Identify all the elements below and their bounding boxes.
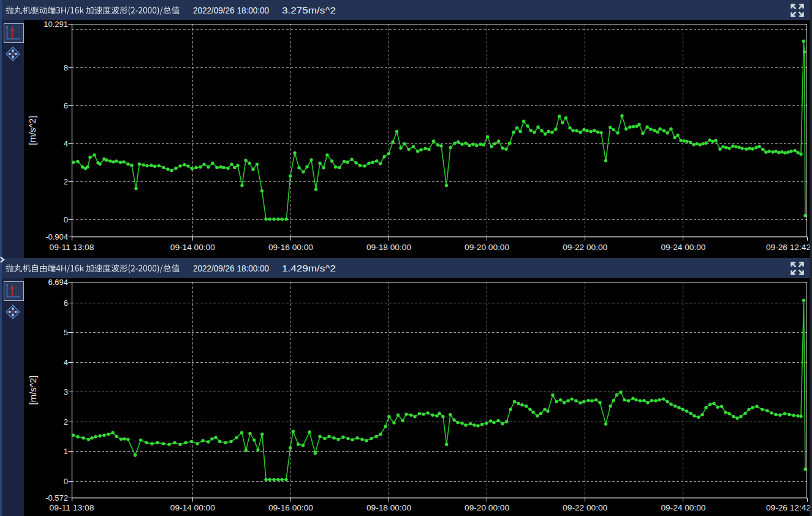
svg-text:-0.904: -0.904 — [45, 232, 68, 241]
svg-text:09-22 00:00: 09-22 00:00 — [563, 243, 607, 252]
svg-text:09-14 00:00: 09-14 00:00 — [170, 503, 215, 512]
svg-text:09-18 00:00: 09-18 00:00 — [366, 243, 411, 252]
svg-text:2: 2 — [64, 177, 68, 186]
svg-text:[m/s^2]: [m/s^2] — [28, 116, 38, 145]
svg-text:0: 0 — [64, 477, 68, 486]
svg-text:09-20 00:00: 09-20 00:00 — [465, 243, 509, 252]
svg-text:2: 2 — [64, 417, 68, 427]
svg-text:3: 3 — [64, 387, 68, 396]
svg-text:6: 6 — [64, 298, 68, 308]
svg-text:09-14 00:00: 09-14 00:00 — [170, 243, 215, 252]
svg-text:1: 1 — [64, 447, 68, 456]
svg-text:09-20 00:00: 09-20 00:00 — [465, 503, 509, 512]
svg-text:09-11 13:08: 09-11 13:08 — [50, 503, 94, 512]
svg-text:-0.572: -0.572 — [45, 493, 68, 503]
svg-text:09-26 12:42: 09-26 12:42 — [766, 243, 811, 252]
svg-text:09-16 00:00: 09-16 00:00 — [268, 503, 313, 512]
svg-text:2022/09/26 18:00:00: 2022/09/26 18:00:00 — [193, 264, 269, 273]
svg-text:1.429m/s^2: 1.429m/s^2 — [282, 264, 336, 273]
svg-text:09-24 00:00: 09-24 00:00 — [661, 243, 705, 252]
svg-text:3.275m/s^2: 3.275m/s^2 — [282, 6, 336, 15]
svg-text:5: 5 — [64, 328, 68, 337]
svg-text:6.694: 6.694 — [48, 278, 68, 287]
svg-text:0: 0 — [64, 215, 68, 224]
svg-text:09-16 00:00: 09-16 00:00 — [268, 243, 313, 252]
svg-text:09-11 13:08: 09-11 13:08 — [50, 243, 94, 252]
svg-text:2022/09/26 18:00:00: 2022/09/26 18:00:00 — [193, 6, 269, 15]
svg-text:09-18 00:00: 09-18 00:00 — [366, 503, 411, 512]
svg-text:09-26 12:42: 09-26 12:42 — [766, 503, 811, 512]
svg-text:10.291: 10.291 — [44, 20, 68, 29]
svg-text:09-24 00:00: 09-24 00:00 — [661, 503, 705, 512]
svg-text:4: 4 — [64, 358, 68, 367]
svg-text:8: 8 — [64, 63, 68, 72]
svg-text:6: 6 — [64, 101, 68, 110]
svg-text:09-22 00:00: 09-22 00:00 — [563, 503, 607, 512]
svg-text:4: 4 — [64, 139, 68, 148]
svg-text:[m/s^2]: [m/s^2] — [28, 376, 38, 405]
